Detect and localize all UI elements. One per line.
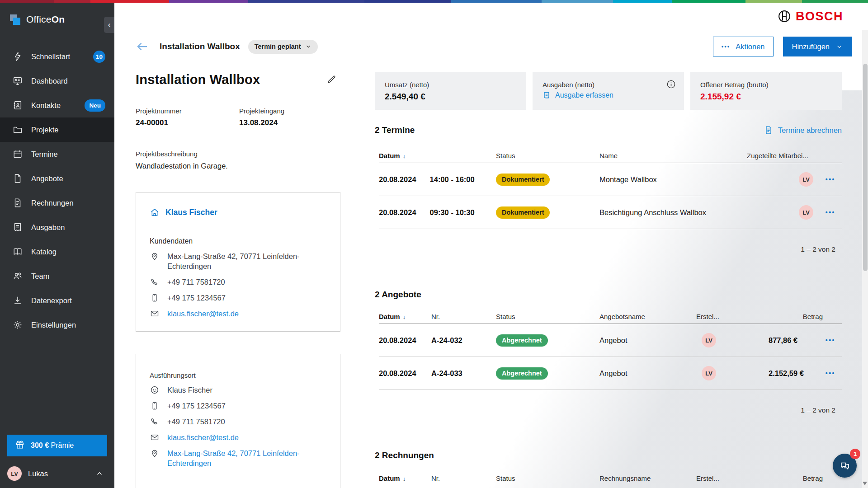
column-ersteller[interactable]: Erstel... (696, 474, 769, 482)
assignee-avatar[interactable]: LV (799, 205, 813, 220)
sort-down-icon: ↓ (403, 153, 406, 160)
column-status[interactable]: Status (496, 474, 599, 482)
angebote-table-header: Datum↓ Nr. Status Angebotsname Erstel...… (379, 310, 842, 324)
column-betrag[interactable]: Betrag (769, 474, 842, 482)
column-nr[interactable]: Nr. (431, 313, 496, 320)
column-nr[interactable]: Nr. (431, 474, 496, 482)
row-menu-button[interactable]: ••• (826, 209, 835, 216)
chat-notification-badge: 1 (850, 449, 860, 459)
edit-pencil-icon[interactable] (326, 74, 337, 86)
angebote-pagination: 1 – 2 von 2 (375, 406, 842, 414)
location-contact-row: Klaus Fischer (150, 385, 326, 395)
officeon-logo-icon (10, 14, 22, 25)
sidebar: OfficeOn ‹ Schnellstart 10 Dashboard (0, 3, 114, 488)
termine-section-header: 2 Termine Termine abrechnen (375, 125, 842, 135)
receipt-icon (12, 222, 23, 233)
sidebar-item-katalog[interactable]: Katalog (0, 239, 114, 264)
scrollbar-down-arrow[interactable] (863, 482, 867, 485)
ausgaben-label: Ausgaben (netto) (542, 81, 674, 89)
customer-mobile-row: +49 175 1234567 (150, 293, 326, 303)
row-menu-button[interactable]: ••• (826, 370, 835, 377)
offener-betrag-card: Offener Betrag (brutto) 2.155,92 € (690, 72, 842, 110)
scrollbar-thumb[interactable] (863, 64, 868, 271)
assignee-avatar[interactable]: LV (799, 172, 813, 187)
sidebar-item-einstellungen[interactable]: Einstellungen (0, 313, 114, 337)
chevron-up-icon (95, 469, 104, 478)
document-icon (12, 174, 23, 184)
column-ersteller[interactable]: Erstel... (696, 313, 769, 320)
column-datum[interactable]: Datum↓ (379, 474, 431, 482)
summary-cards: Umsatz (netto) 2.549,40 € Ausgaben (nett… (375, 72, 842, 110)
rechnungen-table-header: Datum↓ Nr. Status Rechnungsname Erstel..… (379, 471, 842, 485)
phone-icon (150, 417, 160, 427)
offener-betrag-value: 2.155,92 € (700, 92, 832, 102)
envelope-icon (150, 309, 160, 319)
gear-icon (12, 320, 23, 330)
sidebar-item-kontakte[interactable]: Kontakte Neu (0, 93, 114, 117)
sidebar-item-angebote[interactable]: Angebote (0, 166, 114, 191)
sidebar-item-team[interactable]: Team (0, 264, 114, 288)
creator-avatar[interactable]: LV (702, 366, 716, 380)
user-menu[interactable]: LV Lukas (0, 463, 114, 484)
sidebar-item-termine[interactable]: Termine (0, 142, 114, 166)
umsatz-label: Umsatz (netto) (385, 81, 516, 89)
status-badge-abgerechnet: Abgerechnet (496, 334, 548, 347)
creator-avatar[interactable]: LV (702, 333, 716, 347)
status-badge-dokumentiert: Dokumentiert (496, 206, 550, 219)
ausgaben-card: Ausgaben (netto) Ausgabe erfassen (533, 72, 684, 110)
project-date-label: Projekteingang (239, 107, 340, 115)
sidebar-item-projekte[interactable]: Projekte (0, 117, 114, 142)
sidebar-item-schnellstart[interactable]: Schnellstart 10 (0, 44, 114, 69)
page-title: Installation Wallbox (136, 72, 260, 87)
info-icon[interactable] (666, 80, 676, 91)
row-menu-button[interactable]: ••• (826, 176, 835, 183)
column-betrag[interactable]: Betrag (769, 313, 842, 320)
status-badge-abgerechnet: Abgerechnet (496, 367, 548, 380)
envelope-icon (150, 432, 160, 442)
column-status[interactable]: Status (496, 313, 599, 320)
dashboard-icon (12, 76, 23, 86)
angebot-row[interactable]: 20.08.2024 A-24-033 Abgerechnet Angebot … (379, 357, 842, 390)
rechnungen-heading: 2 Rechnungen (375, 450, 434, 460)
column-datum[interactable]: Datum↓ (379, 313, 431, 320)
location-address-row[interactable]: Max-Lang-Straße 42, 70771 Leinfelden-Ech… (150, 448, 326, 468)
sidebar-item-ausgaben[interactable]: Ausgaben (0, 215, 114, 239)
column-rechnungsname[interactable]: Rechnungsname (599, 474, 696, 482)
column-status[interactable]: Status (496, 152, 599, 160)
location-label: Ausführungsort (150, 371, 326, 379)
location-phone-row: +49 711 7581720 (150, 417, 326, 427)
column-angebotsname[interactable]: Angebotsname (599, 313, 696, 320)
column-name[interactable]: Name (599, 152, 747, 160)
column-mitarbeiter[interactable]: Zugeteilte Mitarbei... (747, 152, 842, 160)
customer-data-label: Kundendaten (150, 237, 326, 245)
row-menu-button[interactable]: ••• (826, 337, 835, 344)
sidebar-item-dashboard[interactable]: Dashboard (0, 69, 114, 93)
termine-abrechnen-link[interactable]: Termine abrechnen (764, 126, 842, 135)
topbar: BOSCH (114, 3, 868, 30)
project-number-value: 24-00001 (136, 118, 239, 127)
termine-row[interactable]: 20.08.202409:30 - 10:30 Dokumentiert Bes… (379, 196, 842, 229)
scrollbar[interactable] (862, 30, 868, 488)
phone-icon (150, 277, 160, 287)
column-datum[interactable]: Datum↓ (379, 152, 496, 160)
termine-table-header: Datum↓ Status Name Zugeteilte Mitarbei..… (379, 149, 842, 163)
sidebar-item-datenexport[interactable]: Datenexport (0, 288, 114, 313)
ausgabe-erfassen-link[interactable]: Ausgabe erfassen (542, 91, 674, 99)
smartphone-icon (150, 293, 160, 303)
angebote-heading: 2 Angebote (375, 290, 421, 300)
customer-email-row[interactable]: klaus.fischer@test.de (150, 309, 326, 319)
customer-name-link[interactable]: Klaus Fischer (165, 208, 217, 217)
user-name: Lukas (28, 469, 48, 478)
calendar-icon (12, 149, 23, 160)
smiley-icon (150, 385, 160, 395)
invoice-icon (12, 198, 23, 208)
premium-button[interactable]: 300 € Prämie (7, 435, 107, 456)
sidebar-item-rechnungen[interactable]: Rechnungen (0, 191, 114, 215)
umsatz-value: 2.549,40 € (385, 92, 516, 102)
angebot-row[interactable]: 20.08.2024 A-24-032 Abgerechnet Angebot … (379, 324, 842, 357)
lightning-icon (12, 52, 23, 62)
sidebar-collapse-button[interactable]: ‹ (104, 17, 114, 33)
location-email-row[interactable]: klaus.fischer@test.de (150, 432, 326, 442)
termine-row[interactable]: 20.08.202414:00 - 16:00 Dokumentiert Mon… (379, 163, 842, 196)
home-icon (150, 207, 160, 217)
